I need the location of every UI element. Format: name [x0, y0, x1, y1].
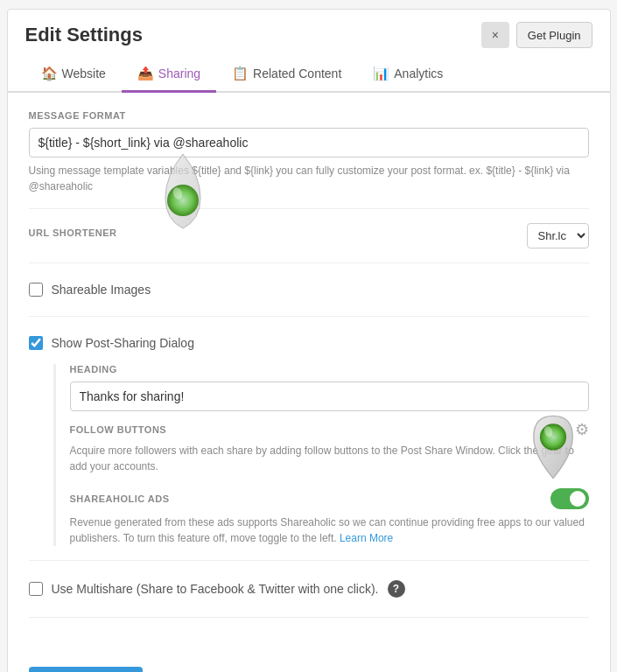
shareaholic-ads-toggle[interactable]: [550, 488, 589, 509]
multishare-label: Use Multishare (Share to Facebook & Twit…: [52, 582, 379, 596]
follow-buttons-header: FOLLOW BUTTONS ⚙: [70, 420, 589, 439]
shareaholic-ads-header: SHAREAHOLIC ADS: [70, 488, 589, 509]
tab-sharing-label: Sharing: [158, 66, 200, 80]
sharing-icon: 📤: [137, 66, 154, 81]
multishare-help-icon[interactable]: ?: [388, 580, 405, 598]
analytics-icon: 📊: [373, 66, 389, 81]
tab-sharing[interactable]: 📤 Sharing: [122, 57, 216, 93]
save-settings-button[interactable]: Save Settings: [29, 667, 143, 672]
shareaholic-ads-label: SHAREAHOLIC ADS: [70, 494, 170, 504]
follow-buttons-description: Acquire more followers with each share b…: [70, 443, 589, 474]
shareaholic-ads-description: Revenue generated from these ads support…: [70, 514, 589, 546]
close-button[interactable]: ×: [481, 22, 509, 48]
tab-bar: 🏠 Website 📤 Sharing 📋 Related Content 📊 …: [8, 57, 610, 93]
url-shortener-section: URL SHORTENER Shr.lc Bit.ly None: [29, 223, 589, 248]
tab-related-content-label: Related Content: [253, 66, 341, 80]
heading-label: HEADING: [70, 364, 589, 374]
page-title: Edit Settings: [25, 24, 143, 46]
message-format-label: MESSAGE FORMAT: [29, 110, 589, 121]
toggle-slider: [550, 488, 589, 509]
shareable-images-row: Shareable Images: [29, 277, 589, 302]
post-sharing-dialog-section: HEADING FOLLOW BUTTONS ⚙ Acquire more fo…: [53, 364, 589, 546]
follow-buttons-section: FOLLOW BUTTONS ⚙ Acquire more followers …: [70, 420, 589, 474]
follow-buttons-label: FOLLOW BUTTONS: [70, 424, 167, 435]
message-format-help: Using message template variables ${title…: [29, 163, 589, 194]
header-buttons: × Get Plugin: [481, 22, 592, 48]
heading-section: HEADING: [70, 364, 589, 411]
tab-related-content[interactable]: 📋 Related Content: [216, 57, 357, 93]
tab-analytics[interactable]: 📊 Analytics: [357, 57, 459, 93]
shareable-images-checkbox[interactable]: [29, 283, 43, 297]
get-plugin-button[interactable]: Get Plugin: [516, 22, 592, 48]
message-format-section: MESSAGE FORMAT Using message template va…: [29, 110, 589, 194]
heading-input[interactable]: [70, 382, 589, 411]
gear-icon[interactable]: ⚙: [575, 420, 589, 439]
multishare-checkbox[interactable]: [29, 582, 43, 596]
website-icon: 🏠: [41, 66, 58, 81]
tab-analytics-label: Analytics: [394, 66, 443, 80]
related-content-icon: 📋: [232, 66, 249, 81]
shareable-images-label: Shareable Images: [52, 283, 151, 297]
tab-content: MESSAGE FORMAT Using message template va…: [8, 93, 610, 649]
show-post-sharing-dialog-row: Show Post-Sharing Dialog: [29, 331, 589, 355]
multishare-row: Use Multishare (Share to Facebook & Twit…: [29, 575, 589, 603]
url-shortener-label: URL SHORTENER: [29, 228, 117, 238]
shareaholic-ads-section: SHAREAHOLIC ADS Revenue generated from t…: [70, 488, 589, 546]
url-shortener-select[interactable]: Shr.lc Bit.ly None: [527, 223, 589, 248]
show-post-sharing-dialog-checkbox[interactable]: [29, 336, 43, 350]
message-format-input[interactable]: [29, 128, 589, 158]
learn-more-link[interactable]: Learn More: [340, 532, 393, 544]
show-post-sharing-dialog-label: Show Post-Sharing Dialog: [52, 336, 194, 350]
tab-website[interactable]: 🏠 Website: [25, 57, 122, 93]
tab-website-label: Website: [62, 66, 106, 80]
